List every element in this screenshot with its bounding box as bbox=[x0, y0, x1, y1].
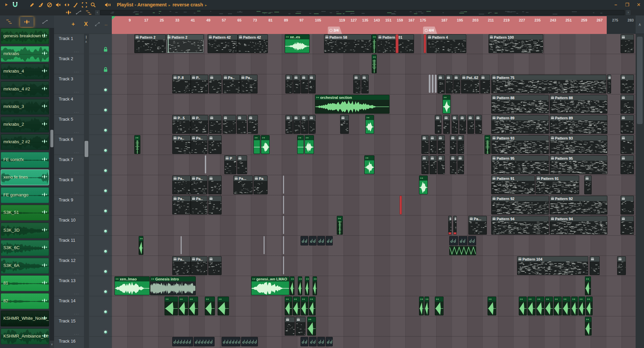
audio-clip[interactable]: ↦ bbox=[536, 297, 544, 315]
audio-clip[interactable]: ↦ bbox=[519, 297, 527, 315]
picker-item[interactable]: S3K_3D bbox=[1, 223, 49, 238]
pattern-clip[interactable]: Pattern 94 bbox=[550, 216, 607, 235]
track-header-row[interactable]: Track 12... bbox=[54, 256, 112, 276]
right-scrollbar-thumb[interactable] bbox=[637, 37, 643, 124]
picker-scrollbar[interactable]: ∨ bbox=[50, 28, 54, 348]
audio-clip[interactable]: ↦ bbox=[554, 297, 562, 315]
pattern-clip[interactable] bbox=[421, 135, 429, 154]
track-arm-button[interactable] bbox=[102, 107, 108, 113]
pattern-clip[interactable]: P..8 bbox=[172, 75, 191, 93]
pattern-clip[interactable] bbox=[301, 115, 308, 134]
track-scrollbar-thumb[interactable] bbox=[85, 141, 88, 157]
pattern-clip[interactable]: Pattern 88 bbox=[550, 95, 607, 114]
audio-clip[interactable]: ↦ bbox=[285, 297, 292, 315]
note-symbols-clip[interactable] bbox=[222, 337, 240, 346]
picker-scrollbar-thumb[interactable] bbox=[50, 130, 53, 147]
audio-clip[interactable]: ↦ bbox=[298, 276, 302, 295]
pattern-clip[interactable]: Pattern 89 bbox=[491, 115, 549, 134]
play-icon[interactable] bbox=[2, 0, 11, 9]
thin-stretched-clip[interactable] bbox=[283, 176, 284, 194]
note-symbols-clip[interactable] bbox=[301, 337, 308, 346]
note-symbols-clip[interactable] bbox=[317, 236, 325, 245]
track-header-row[interactable]: Track 9... bbox=[54, 195, 112, 216]
track-header-row[interactable]: Track 14... bbox=[54, 296, 112, 316]
pattern-clip[interactable] bbox=[617, 256, 626, 275]
pattern-clip[interactable] bbox=[421, 155, 429, 174]
pattern-clip[interactable] bbox=[309, 115, 316, 134]
thin-stretched-clip[interactable] bbox=[283, 236, 284, 254]
pattern-clip[interactable] bbox=[475, 115, 482, 134]
note-symbols-clip[interactable] bbox=[459, 236, 467, 245]
pattern-clip[interactable] bbox=[607, 75, 611, 93]
audio-clip[interactable]: ↦xe..es bbox=[285, 34, 310, 53]
minimize-button[interactable]: – bbox=[612, 2, 619, 7]
track-arm-button[interactable] bbox=[102, 147, 108, 153]
audio-clip[interactable]: ↦ bbox=[139, 236, 143, 255]
picker-item[interactable]: mrkrabs bbox=[1, 46, 49, 62]
picker-item[interactable]: S3K_6A bbox=[1, 258, 49, 274]
audio-clip[interactable]: ↦ bbox=[488, 297, 496, 315]
audio-clip[interactable]: ↦ bbox=[586, 297, 593, 315]
picker-item[interactable]: KSHMR_White_Noise_.. bbox=[1, 311, 49, 326]
audio-clip[interactable]: ↦ bbox=[305, 276, 309, 295]
pattern-clip[interactable] bbox=[450, 155, 457, 174]
zoom-tool-icon[interactable] bbox=[89, 0, 97, 9]
mute-tool-icon[interactable] bbox=[54, 0, 62, 9]
pattern-clip[interactable]: Pattern 104 bbox=[517, 256, 588, 275]
pattern-clip[interactable] bbox=[295, 317, 306, 336]
pattern-clip[interactable]: Pa.. bbox=[172, 176, 191, 194]
pattern-clip[interactable] bbox=[361, 75, 369, 93]
pattern-clip[interactable] bbox=[584, 176, 592, 194]
pattern-clip[interactable] bbox=[285, 115, 293, 134]
picker-item[interactable]: 82 bbox=[1, 293, 49, 309]
pattern-clip[interactable] bbox=[620, 155, 634, 174]
pattern-clip[interactable] bbox=[353, 75, 361, 93]
thin-stretched-clip[interactable] bbox=[432, 75, 433, 93]
pattern-clip[interactable]: Pattern 94 bbox=[491, 216, 549, 235]
pattern-clip[interactable]: Pattern 89 bbox=[550, 115, 607, 134]
audio-clip[interactable]: ↦ bbox=[419, 176, 428, 194]
pattern-clip[interactable]: Pattern 100 bbox=[489, 34, 543, 53]
pattern-clip[interactable]: P bbox=[224, 155, 236, 174]
audio-clip[interactable]: ↦ bbox=[337, 216, 343, 235]
pattern-clip[interactable]: Pattern 4 bbox=[427, 34, 466, 53]
select-tool-icon[interactable] bbox=[80, 0, 89, 9]
pattern-clip[interactable] bbox=[301, 75, 308, 93]
audio-clip[interactable]: ↦ bbox=[293, 297, 300, 315]
pattern-clip[interactable] bbox=[620, 196, 634, 215]
audio-clip[interactable]: ↦ bbox=[165, 297, 178, 315]
track-header-row[interactable]: Track 16... bbox=[54, 337, 112, 348]
pattern-clip[interactable] bbox=[450, 135, 457, 154]
slice-tool-icon[interactable] bbox=[71, 0, 80, 9]
picker-item[interactable]: mrkrabs_4 bbox=[1, 64, 49, 79]
pattern-clip[interactable]: P.. bbox=[191, 115, 208, 134]
pattern-clip[interactable] bbox=[467, 115, 474, 134]
pattern-clip[interactable] bbox=[459, 115, 466, 134]
pattern-clip[interactable]: Pattern 42 bbox=[238, 34, 268, 53]
pattern-clip[interactable] bbox=[446, 75, 453, 93]
scroll-up-button[interactable]: ∧ bbox=[636, 15, 644, 34]
pattern-clip[interactable]: P.. bbox=[191, 75, 208, 93]
pattern-clip[interactable]: Pattern 93 bbox=[550, 135, 607, 154]
thin-stretched-clip[interactable] bbox=[205, 155, 206, 173]
track-arm-button[interactable] bbox=[102, 329, 108, 335]
red-clip[interactable] bbox=[396, 34, 399, 53]
note-symbols-clip[interactable] bbox=[309, 236, 317, 245]
audio-source-icon[interactable] bbox=[66, 10, 71, 15]
pattern-clip[interactable] bbox=[429, 155, 437, 174]
track-vertical-scrollbar[interactable]: ❙ ∧ bbox=[84, 34, 89, 348]
pattern-clip[interactable] bbox=[285, 317, 295, 336]
add-track-button[interactable]: + bbox=[69, 21, 78, 28]
thin-stretched-clip[interactable] bbox=[429, 75, 430, 93]
automation-source-icon[interactable] bbox=[76, 10, 81, 14]
pattern-clip[interactable]: Pattern 92 bbox=[550, 196, 607, 215]
maximize-button[interactable]: ❐ bbox=[624, 2, 631, 7]
note-symbols-clip[interactable] bbox=[449, 236, 458, 245]
track-arm-button[interactable] bbox=[102, 228, 108, 234]
audio-clip[interactable]: ↦orchestral section bbox=[315, 95, 389, 114]
pattern-clip[interactable] bbox=[435, 115, 442, 134]
pattern-clip[interactable] bbox=[438, 135, 445, 154]
slope-tool-icon[interactable] bbox=[95, 22, 100, 26]
audio-clip[interactable]: ↦ bbox=[527, 297, 536, 315]
pattern-clip[interactable] bbox=[237, 155, 247, 174]
